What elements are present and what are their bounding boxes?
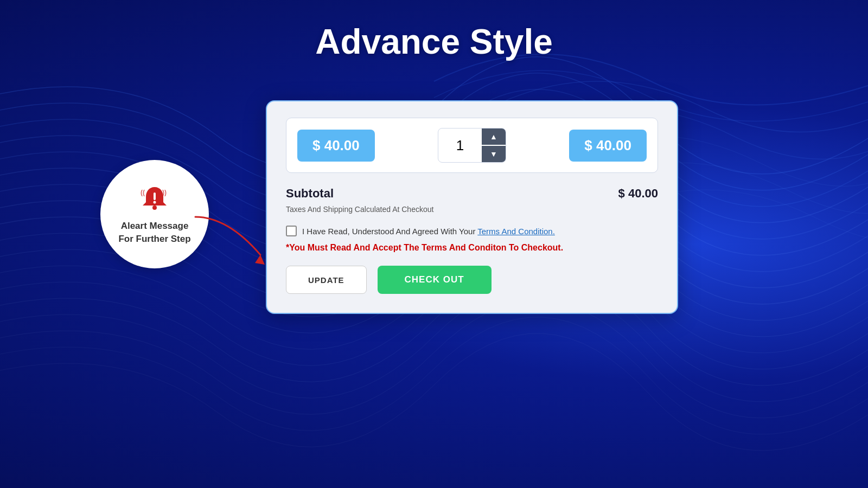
action-buttons-row: UPDATE CHECK OUT	[286, 266, 658, 294]
terms-alert-message: *You Must Read And Accept The Terms And …	[286, 243, 658, 253]
page-title: Advance Style	[0, 22, 868, 62]
svg-point-4	[154, 201, 156, 204]
terms-checkbox-row: I Have Read, Understood And Agreed With …	[286, 226, 658, 236]
tax-note: Taxes And Shipping Calculated At Checkou…	[286, 205, 658, 214]
alert-arrow	[184, 206, 271, 271]
svg-point-2	[152, 206, 157, 210]
terms-link[interactable]: Terms And Condition.	[477, 227, 555, 236]
subtotal-row: Subtotal $ 40.00	[286, 187, 658, 201]
qty-buttons-group: ▲ ▼	[482, 129, 506, 162]
qty-decrease-button[interactable]: ▼	[482, 146, 506, 162]
product-row: $ 40.00 ▲ ▼ $ 40.00	[286, 118, 658, 173]
terms-label: I Have Read, Understood And Agreed With …	[302, 227, 555, 236]
qty-increase-button[interactable]: ▲	[482, 129, 506, 145]
bell-icon: (( ))	[138, 183, 171, 215]
checkout-button[interactable]: CHECK OUT	[378, 266, 492, 294]
quantity-stepper[interactable]: ▲ ▼	[438, 128, 506, 163]
terms-checkbox[interactable]	[286, 226, 297, 236]
update-button[interactable]: UPDATE	[286, 266, 367, 294]
svg-marker-5	[255, 255, 265, 265]
cart-card: $ 40.00 ▲ ▼ $ 40.00 Subtotal $ 40.00 Tax…	[266, 100, 678, 314]
alert-bubble-text: Aleart Message For Further Step	[118, 220, 190, 246]
total-price-badge: $ 40.00	[569, 130, 647, 162]
unit-price-badge: $ 40.00	[297, 130, 375, 162]
subtotal-value: $ 40.00	[618, 187, 658, 201]
svg-rect-3	[154, 192, 156, 200]
subtotal-label: Subtotal	[286, 187, 334, 201]
quantity-input[interactable]	[438, 132, 482, 159]
svg-text:((: ((	[141, 189, 145, 196]
